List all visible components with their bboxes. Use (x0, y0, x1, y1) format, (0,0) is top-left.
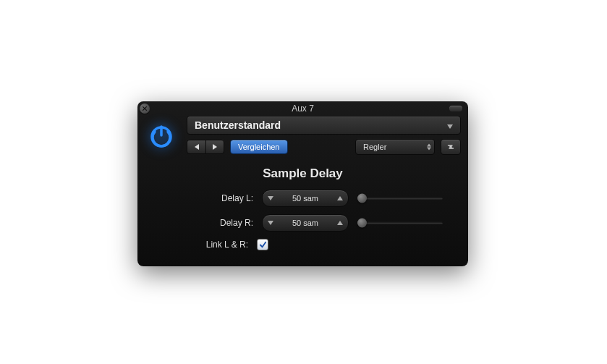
slider-track (357, 222, 443, 224)
delay-l-stepper[interactable]: 50 sam (262, 190, 349, 207)
param-row-link: Link L & R: (150, 239, 455, 250)
triangle-right-icon (213, 144, 217, 150)
param-row-delay-l: Delay L: 50 sam (150, 190, 455, 207)
triangle-down-icon (268, 221, 273, 225)
preset-dropdown[interactable]: Benutzerstandard (187, 116, 461, 135)
delay-l-increment[interactable] (332, 190, 348, 206)
side-chain-link-button[interactable] (441, 139, 461, 155)
titlebar: Aux 7 (137, 101, 468, 116)
link-label: Link L & R: (158, 240, 248, 250)
triangle-left-icon (195, 144, 199, 150)
close-button[interactable] (140, 103, 150, 114)
delay-l-label: Delay L: (163, 193, 253, 203)
plugin-title: Sample Delay (150, 166, 455, 181)
view-mode-dropdown[interactable]: Regler (355, 139, 435, 155)
preset-nav-segment (187, 140, 224, 154)
prev-preset-button[interactable] (187, 140, 205, 154)
triangle-down-icon (268, 196, 273, 200)
delay-r-decrement[interactable] (263, 215, 279, 231)
plugin-window: Aux 7 Benutzerstandard Ver (137, 101, 468, 266)
delay-r-slider[interactable] (357, 216, 443, 230)
chevron-down-icon (447, 119, 453, 132)
triangle-up-icon (337, 196, 343, 200)
delay-l-decrement[interactable] (263, 190, 279, 206)
delay-r-stepper[interactable]: 50 sam (262, 214, 349, 232)
link-icon (445, 143, 457, 151)
param-row-delay-r: Delay R: 50 sam (150, 214, 455, 232)
slider-track (357, 198, 443, 200)
checkmark-icon (259, 241, 267, 249)
next-preset-button[interactable] (205, 140, 224, 154)
updown-caret-icon (427, 144, 431, 151)
window-title: Aux 7 (292, 103, 314, 114)
delay-l-value[interactable]: 50 sam (279, 194, 332, 203)
power-button[interactable] (145, 120, 178, 153)
slider-thumb[interactable] (357, 194, 367, 203)
power-icon (148, 124, 174, 150)
delay-r-label: Delay R: (163, 218, 253, 228)
delay-r-increment[interactable] (332, 215, 348, 231)
triangle-up-icon (337, 221, 343, 225)
link-checkbox[interactable] (257, 239, 268, 250)
close-icon (142, 106, 148, 111)
compare-button[interactable]: Vergleichen (230, 140, 288, 154)
slider-thumb[interactable] (357, 219, 367, 228)
resize-handle[interactable] (449, 106, 462, 111)
delay-r-value[interactable]: 50 sam (279, 219, 332, 227)
view-mode-label: Regler (363, 143, 386, 151)
preset-label: Benutzerstandard (195, 119, 281, 131)
delay-l-slider[interactable] (357, 191, 443, 206)
